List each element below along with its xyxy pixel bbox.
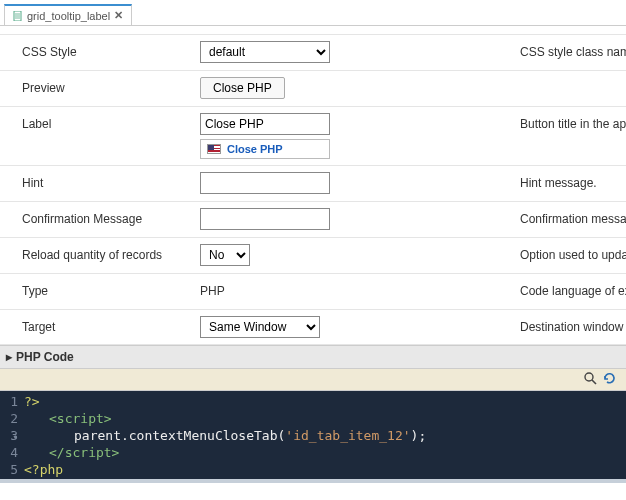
close-icon[interactable]: ✕ [114,9,123,22]
desc-reload: Option used to upda [400,244,626,262]
desc-type: Code language of ex [400,280,626,298]
label-reload: Reload quantity of records [0,244,200,262]
lang-text: Close PHP [227,143,283,155]
row-label: Label Close PHP Button title in the ap [0,106,626,165]
select-reload[interactable]: No [200,244,250,266]
input-hint[interactable] [200,172,330,194]
preview-button[interactable]: Close PHP [200,77,285,99]
us-flag-icon [207,144,221,154]
section-php-code[interactable]: ▸ PHP Code [0,345,626,369]
select-target[interactable]: Same Window [200,316,320,338]
svg-line-2 [592,380,596,384]
svg-point-1 [585,373,593,381]
input-label[interactable] [200,113,330,135]
input-confirm[interactable] [200,208,330,230]
label-target: Target [0,316,200,334]
tab-title: grid_tooltip_label [27,10,110,22]
tab-active[interactable]: grid_tooltip_label ✕ [4,4,132,25]
row-hint: Hint Hint message. [0,165,626,201]
label-label: Label [0,113,200,131]
code-line-4: </script> [49,445,119,460]
code-content[interactable]: ?> <script> parent.contextMenuCloseTab('… [24,391,426,479]
row-reload: Reload quantity of records No Option use… [0,237,626,273]
row-confirm: Confirmation Message Confirmation messa [0,201,626,237]
value-type: PHP [200,280,225,298]
label-confirm: Confirmation Message [0,208,200,226]
search-icon[interactable] [584,372,597,388]
label-preview: Preview [0,77,200,95]
refresh-icon[interactable] [603,372,616,388]
row-type: Type PHP Code language of ex [0,273,626,309]
lang-variant[interactable]: Close PHP [200,139,330,159]
code-toolbar [0,369,626,391]
desc-target: Destination window [400,316,626,334]
row-target: Target Same Window Destination window [0,309,626,345]
row-preview: Preview Close PHP [0,70,626,106]
code-editor[interactable]: 1 2▾ 3 4 5 ?> <script> parent.contextMen… [0,391,626,483]
desc-label: Button title in the ap [400,113,626,131]
desc-css-style: CSS style class nam [400,41,626,59]
section-title: PHP Code [16,350,74,364]
desc-confirm: Confirmation messa [400,208,626,226]
label-css-style: CSS Style [0,41,200,59]
desc-preview [400,77,626,81]
label-hint: Hint [0,172,200,190]
desc-hint: Hint message. [400,172,626,190]
code-line-5: <?php [24,462,63,477]
row-css-style: CSS Style default CSS style class nam [0,34,626,70]
code-line-1: ?> [24,394,40,409]
code-line-2: <script> [49,411,112,426]
caret-icon: ▸ [6,350,12,364]
tab-bar: grid_tooltip_label ✕ [0,0,626,26]
label-type: Type [0,280,200,298]
form-area: CSS Style default CSS style class nam Pr… [0,26,626,345]
select-css-style[interactable]: default [200,41,330,63]
file-icon [13,11,23,21]
gutter: 1 2▾ 3 4 5 [0,391,24,479]
